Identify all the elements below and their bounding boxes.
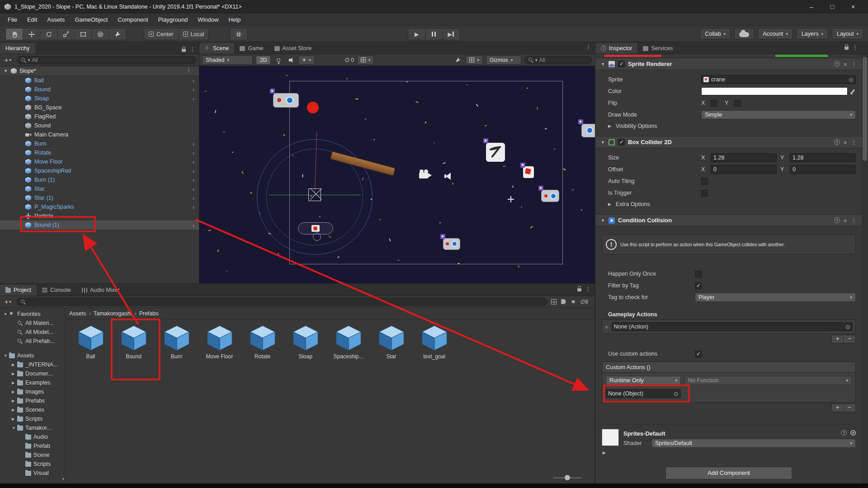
minimize-button[interactable]: – <box>801 0 822 14</box>
spaceship-edge-sprite[interactable] <box>581 124 595 137</box>
extra-options-foldout[interactable]: ▶ Extra Options <box>608 199 856 210</box>
hierarchy-item[interactable]: Rotate › <box>0 148 199 157</box>
hierarchy-item[interactable]: SpaceshipRed › <box>0 166 199 175</box>
hierarchy-item[interactable]: BG_Space › <box>0 103 199 112</box>
presets-icon[interactable]: ≡ <box>844 218 847 223</box>
scene-menu-icon[interactable]: ⋮ <box>186 68 192 72</box>
scene-lighting-toggle[interactable] <box>274 56 283 65</box>
project-tree-row[interactable]: All Materi... <box>0 319 65 328</box>
project-panel-tab[interactable]: Project <box>0 285 37 296</box>
shader-dropdown[interactable]: Sprites/Default ▾ <box>651 439 856 448</box>
component-enabled-checkbox[interactable] <box>618 61 625 67</box>
thumbnail-zoom-slider[interactable] <box>553 477 582 479</box>
offset-y-input[interactable]: 0 <box>790 165 856 174</box>
prefab-chevron-icon[interactable]: › <box>193 95 194 102</box>
hand-tool-button[interactable] <box>6 28 23 40</box>
scene-view-tab[interactable]: Asset Store <box>269 43 317 54</box>
project-tree-row[interactable]: Prefab <box>0 441 65 450</box>
flip-y-checkbox[interactable] <box>734 100 741 107</box>
project-tree-row[interactable]: Prefabs <box>0 396 65 405</box>
size-y-input[interactable]: 1.28 <box>790 153 856 162</box>
favorites-star-icon[interactable]: ★ <box>571 298 576 305</box>
prefab-chevron-icon[interactable]: › <box>193 186 194 192</box>
foldout-icon[interactable] <box>12 380 17 385</box>
prefab-asset-item[interactable]: Bound <box>112 324 155 369</box>
scale-tool-button[interactable] <box>57 28 75 40</box>
project-tree-row[interactable]: Tamakor... <box>0 423 65 432</box>
is-trigger-checkbox[interactable] <box>701 190 708 197</box>
scene-view-tab[interactable]: Scene <box>199 43 234 54</box>
object-picker-icon[interactable]: ⊙ <box>845 324 850 330</box>
project-tree-row[interactable]: Scripts <box>0 460 65 469</box>
prefab-asset-item[interactable]: Sloap <box>284 324 327 369</box>
event-state-dropdown[interactable]: Runtime Only ▾ <box>606 376 681 385</box>
flag-sprite[interactable] <box>523 166 534 178</box>
prefab-chevron-icon[interactable]: › <box>193 77 194 84</box>
remove-event-button[interactable]: − <box>844 404 855 412</box>
component-header[interactable]: ▼ Sprite Renderer ? ≡ ⋮ <box>595 58 862 70</box>
hierarchy-item[interactable]: Sloap › <box>0 94 199 103</box>
prefab-chevron-icon[interactable]: › <box>193 204 194 211</box>
rect-tool-button[interactable] <box>75 28 92 40</box>
scene-header-row[interactable]: ▼ Slope* ⋮ <box>0 66 199 76</box>
prefab-asset-item[interactable]: Rotate <box>241 324 284 369</box>
scene-grid-dropdown[interactable]: ▾ <box>357 56 374 65</box>
foldout-icon[interactable] <box>4 312 9 316</box>
foldout-open-icon[interactable]: ▼ <box>601 62 605 66</box>
project-tree-row[interactable]: Visual <box>0 469 65 478</box>
prefab-asset-item[interactable]: Spaceship... <box>327 324 370 369</box>
menu-item[interactable]: GameObject <box>70 14 113 26</box>
project-tree-row[interactable]: Examples <box>0 378 65 387</box>
foldout-icon[interactable] <box>12 426 17 430</box>
project-tree-row[interactable]: Favorites <box>0 310 65 319</box>
help-icon[interactable]: ? <box>834 217 840 223</box>
happen-only-once-checkbox[interactable] <box>695 271 702 277</box>
editor-tools-button[interactable] <box>453 56 462 65</box>
menu-item[interactable]: Assets <box>42 14 70 26</box>
transform-tool-button[interactable] <box>92 28 109 40</box>
hierarchy-item[interactable]: Sound › <box>0 121 199 130</box>
visibility-options-foldout[interactable]: ▶ Visibility Options <box>608 121 856 131</box>
prefab-asset-item[interactable]: text_goal <box>413 324 456 369</box>
offset-x-input[interactable]: 0 <box>711 165 777 174</box>
lock-icon[interactable] <box>182 49 186 52</box>
foldout-icon[interactable] <box>12 389 17 394</box>
flip-x-checkbox[interactable] <box>711 100 717 107</box>
project-tree-row[interactable]: _INTERNA... <box>0 360 65 369</box>
prefab-asset-item[interactable]: Ball <box>69 324 112 369</box>
scene-canvas[interactable] <box>199 66 595 283</box>
prefab-chevron-icon[interactable]: › <box>193 168 194 174</box>
create-asset-button[interactable]: +▾ <box>3 298 13 305</box>
hierarchy-item[interactable]: FlagRed › <box>0 112 199 121</box>
project-tree-row[interactable]: Audio <box>0 432 65 441</box>
sprite-object-field[interactable]: crane ⊙ <box>701 75 856 84</box>
account-button[interactable]: Account▾ <box>758 28 793 39</box>
scrollbar-thumb[interactable] <box>863 57 867 161</box>
project-tree-row[interactable]: All Model... <box>0 328 65 337</box>
hierarchy-item[interactable]: Burn (1) › <box>0 175 199 184</box>
selected-object-gizmo[interactable] <box>308 188 321 201</box>
audio-gizmo-icon[interactable] <box>443 172 453 181</box>
gear-icon[interactable] <box>850 430 856 436</box>
project-tree-row[interactable]: Scene <box>0 450 65 460</box>
foldout-open-icon[interactable]: ▼ <box>4 69 8 73</box>
red-ball-sprite[interactable] <box>307 102 319 113</box>
lock-icon[interactable] <box>577 288 581 291</box>
foldout-icon[interactable] <box>12 408 17 412</box>
maximize-button[interactable]: □ <box>822 0 843 14</box>
hierarchy-item[interactable]: Bound › <box>0 85 199 94</box>
shading-mode-dropdown[interactable]: Shaded▾ <box>202 56 253 65</box>
color-swatch-field[interactable] <box>701 87 848 95</box>
move-tool-button[interactable] <box>23 28 40 40</box>
foldout-icon[interactable] <box>12 362 17 367</box>
add-component-button[interactable]: Add Component <box>665 467 792 479</box>
hidden-count-toggle[interactable]: ∅8 <box>580 299 588 305</box>
hierarchy-item[interactable]: P_MagicSparks › <box>0 202 199 211</box>
presets-icon[interactable]: ≡ <box>844 140 847 145</box>
hierarchy-item[interactable]: Burn › <box>0 139 199 148</box>
help-icon[interactable]: ? <box>841 430 847 436</box>
add-action-button[interactable]: + <box>832 335 844 343</box>
space-local-button[interactable]: Local <box>179 28 209 40</box>
panel-menu-icon[interactable]: ⋮ <box>585 287 591 291</box>
rotate-tool-button[interactable] <box>40 28 57 40</box>
